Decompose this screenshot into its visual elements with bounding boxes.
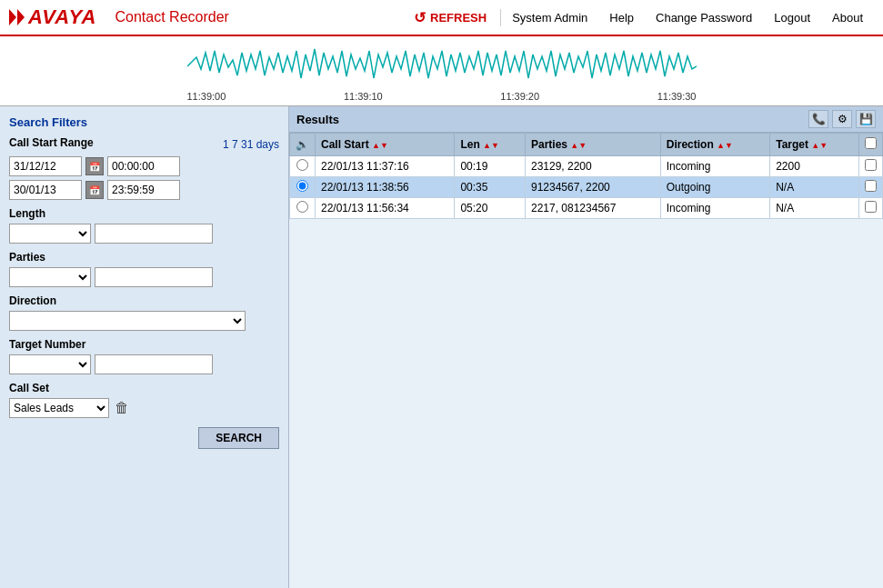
waveform-canvas: // Draw waveform bars [187, 44, 697, 89]
table-row: 22/01/13 11:38:56 00:35 91234567, 2200 O… [290, 177, 883, 198]
th-checkbox [859, 134, 883, 156]
parties-sort-icon: ▲▼ [570, 141, 587, 150]
results-icon-1[interactable]: 📞 [808, 110, 828, 128]
waveform-label-2: 11:39:20 [500, 91, 539, 102]
row-checkbox[interactable] [865, 201, 877, 213]
chevron-2 [17, 9, 25, 25]
waveform-area: // Draw waveform bars 11:39:00 11:39:10 … [0, 36, 883, 106]
results-table: 🔈 Call Start ▲▼ Len ▲▼ Parties ▲▼ [289, 133, 883, 219]
refresh-label: REFRESH [430, 11, 487, 25]
search-button-row: SEARCH [9, 427, 279, 449]
th-speaker: 🔈 [290, 134, 316, 156]
logo-area: AVAYA Contact Recorder [9, 5, 229, 29]
row-len: 05:20 [455, 198, 526, 219]
row-radio[interactable] [296, 201, 308, 213]
search-button[interactable]: SEARCH [198, 427, 279, 449]
length-operator-select[interactable] [9, 224, 91, 244]
waveform-label-1: 11:39:10 [344, 91, 383, 102]
chevron-1 [9, 9, 16, 25]
direction-select[interactable]: Incoming Outgoing [9, 311, 246, 331]
results-icon-2[interactable]: ⚙ [832, 110, 852, 128]
target-number-label: Target Number [9, 338, 279, 351]
date-to-input[interactable] [9, 180, 82, 200]
row-len: 00:35 [455, 177, 526, 198]
nav-system-admin[interactable]: System Admin [501, 11, 598, 25]
target-sort-icon: ▲▼ [811, 141, 828, 150]
row-checkbox-cell[interactable] [859, 156, 883, 177]
target-operator-select[interactable] [9, 354, 91, 374]
len-sort-icon: ▲▼ [483, 141, 499, 150]
target-value-input[interactable] [95, 354, 213, 374]
date-from-input[interactable] [9, 156, 82, 176]
row-radio-cell[interactable] [290, 177, 316, 198]
row-checkbox-cell[interactable] [859, 177, 883, 198]
length-inputs [9, 224, 279, 244]
th-parties[interactable]: Parties ▲▼ [525, 134, 660, 156]
nav-about[interactable]: About [821, 11, 874, 25]
nav-change-password[interactable]: Change Password [645, 11, 763, 25]
th-target[interactable]: Target ▲▼ [770, 134, 859, 156]
row-checkbox[interactable] [865, 159, 877, 171]
row-parties: 2217, 081234567 [525, 198, 660, 219]
search-filters-title: Search Filters [9, 115, 279, 129]
results-header: Results 📞 ⚙ 💾 [289, 106, 883, 133]
select-all-checkbox[interactable] [865, 137, 877, 149]
avaya-logo: AVAYA [9, 5, 96, 29]
time-to-input[interactable] [107, 180, 180, 200]
target-number-inputs [9, 354, 279, 374]
row-call-start: 22/01/13 11:56:34 [316, 198, 455, 219]
calendar-to-icon[interactable]: 📅 [85, 181, 104, 199]
th-call-start-label: Call Start [321, 138, 369, 151]
nav-logout[interactable]: Logout [763, 11, 821, 25]
call-set-section: Call Set Sales Leads 🗑 [9, 382, 279, 418]
row-radio[interactable] [296, 180, 308, 192]
results-icons: 📞 ⚙ 💾 [808, 110, 876, 128]
results-icon-save[interactable]: 💾 [856, 110, 876, 128]
parties-label: Parties [9, 251, 279, 264]
direction-label: Direction [9, 294, 279, 307]
row-parties: 91234567, 2200 [525, 177, 660, 198]
time-from-input[interactable] [107, 156, 180, 176]
results-panel: Results 📞 ⚙ 💾 🔈 Call Start ▲▼ [289, 106, 883, 588]
parties-inputs [9, 267, 279, 287]
refresh-button[interactable]: ↺ REFRESH [400, 9, 501, 26]
th-len-label: Len [460, 138, 479, 151]
parties-operator-select[interactable] [9, 267, 91, 287]
th-direction-label: Direction [667, 138, 714, 151]
date-range-links[interactable]: 1 7 31 days [223, 138, 279, 151]
row-radio[interactable] [296, 159, 308, 171]
logo-text: AVAYA [28, 5, 96, 29]
call-start-sort-icon: ▲▼ [372, 141, 388, 150]
row-checkbox[interactable] [865, 180, 877, 192]
call-set-select[interactable]: Sales Leads [9, 398, 109, 418]
calendar-from-icon[interactable]: 📅 [85, 157, 104, 175]
app-title: Contact Recorder [115, 9, 228, 25]
row-target: N/A [770, 177, 859, 198]
nav-help[interactable]: Help [598, 11, 645, 25]
length-section: Length [9, 207, 279, 244]
parties-value-input[interactable] [95, 267, 213, 287]
speaker-header-icon: 🔈 [296, 138, 309, 151]
refresh-icon: ↺ [414, 9, 426, 26]
direction-section: Direction Incoming Outgoing [9, 294, 279, 331]
call-start-range-section: Call Start Range 1 7 31 days [9, 136, 279, 153]
waveform-label-0: 11:39:00 [187, 91, 226, 102]
row-checkbox-cell[interactable] [859, 198, 883, 219]
call-start-label: Call Start Range [9, 136, 94, 149]
th-parties-label: Parties [531, 138, 567, 151]
avaya-chevrons [9, 9, 25, 25]
call-set-row: Sales Leads 🗑 [9, 398, 279, 418]
row-radio-cell[interactable] [290, 198, 316, 219]
row-call-start: 22/01/13 11:38:56 [316, 177, 455, 198]
delete-call-set-icon[interactable]: 🗑 [115, 400, 129, 416]
results-title: Results [296, 113, 339, 126]
waveform-labels: 11:39:00 11:39:10 11:39:20 11:39:30 [187, 91, 697, 102]
th-len[interactable]: Len ▲▼ [455, 134, 526, 156]
row-radio-cell[interactable] [290, 156, 316, 177]
row-direction: Incoming [660, 156, 769, 177]
length-value-input[interactable] [95, 224, 213, 244]
th-call-start[interactable]: Call Start ▲▼ [316, 134, 455, 156]
header: AVAYA Contact Recorder ↺ REFRESH System … [0, 0, 883, 36]
row-call-start: 22/01/13 11:37:16 [316, 156, 455, 177]
th-direction[interactable]: Direction ▲▼ [660, 134, 769, 156]
